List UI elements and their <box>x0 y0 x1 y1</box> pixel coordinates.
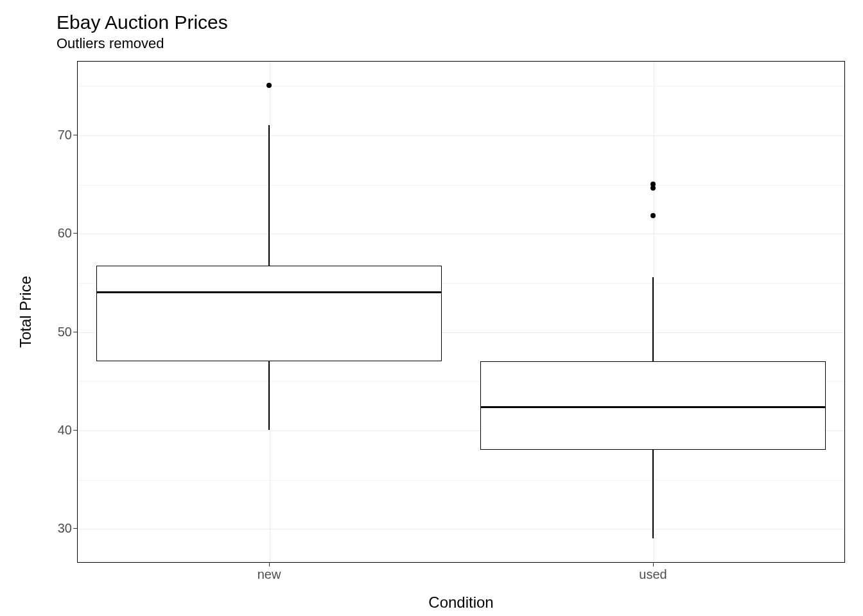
y-tick-label: 60 <box>8 226 72 241</box>
boxplot-box <box>480 361 826 450</box>
outlier-point <box>650 213 656 218</box>
outlier-point <box>650 182 656 187</box>
y-tick-label: 70 <box>8 128 72 142</box>
y-tick-label: 30 <box>8 521 72 536</box>
boxplot-box <box>96 266 442 361</box>
boxplot-median <box>480 406 826 408</box>
chart-container: Ebay Auction Prices Outliers removed Tot… <box>0 0 863 616</box>
y-tick-label: 50 <box>8 324 72 339</box>
x-tick-label: used <box>639 567 667 582</box>
outlier-point <box>266 83 272 88</box>
x-axis-title: Condition <box>428 594 493 612</box>
x-tick-label: new <box>257 567 281 582</box>
chart-title: Ebay Auction Prices <box>57 12 228 33</box>
boxplot-median <box>96 291 442 293</box>
chart-subtitle: Outliers removed <box>57 35 164 52</box>
y-tick-label: 40 <box>8 423 72 438</box>
